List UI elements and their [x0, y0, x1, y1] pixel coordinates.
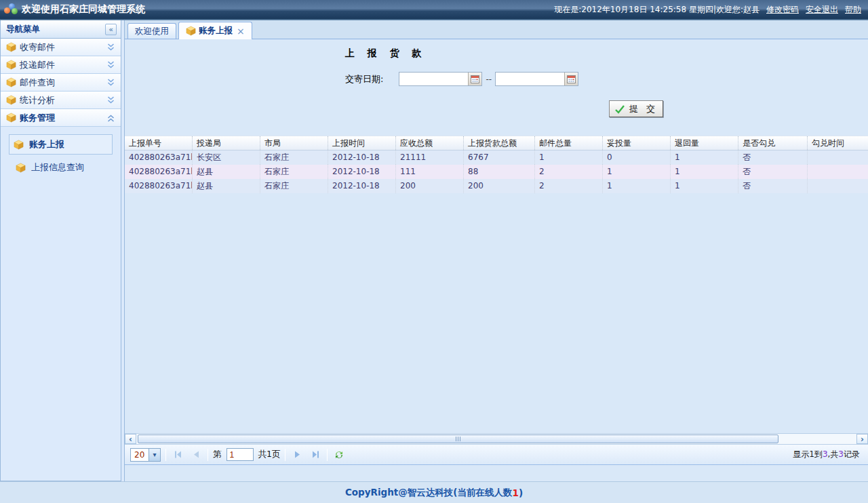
footer: CopyRight@智云达科技(当前在线人数1): [0, 481, 868, 503]
datetime-text: 现在是:2012年10月18日 14:25:58 星期四|欢迎您:赵县: [554, 4, 760, 16]
cell: 1: [671, 150, 738, 165]
tab-bar: 欢迎使用 账务上报 ×: [125, 20, 868, 39]
last-page-icon: [312, 451, 319, 458]
sidebar-collapse-icon[interactable]: «: [105, 24, 117, 35]
titlebar: 欢迎使用石家庄同城管理系统 现在是:2012年10月18日 14:25:58 星…: [0, 0, 868, 20]
cell: [808, 150, 868, 165]
tab-account-report[interactable]: 账务上报 ×: [178, 22, 252, 39]
cell: 赵县: [193, 165, 260, 179]
cell: 2012-10-18: [328, 179, 396, 193]
paging-toolbar: 20 ▾ 第 共1页: [125, 445, 868, 465]
logout-link[interactable]: 安全退出: [806, 4, 838, 16]
horizontal-scrollbar[interactable]: ‹ ›: [125, 433, 868, 445]
date-to-field: [495, 72, 578, 86]
cell: 石家庄: [260, 150, 328, 165]
calendar-icon[interactable]: [564, 73, 578, 85]
toolbar-separator: [165, 449, 166, 461]
refresh-button[interactable]: [332, 448, 346, 462]
toolbar-separator: [285, 449, 285, 461]
chevron-down-icon[interactable]: ▾: [149, 449, 160, 461]
cell: 长安区: [193, 150, 260, 165]
column-header[interactable]: 应收总额: [396, 136, 464, 150]
sidebar-nav-panel: 导航菜单 « 收寄邮件 投递邮件 邮件查询 统计分析: [0, 20, 121, 481]
close-icon[interactable]: ×: [237, 26, 245, 37]
submit-button[interactable]: 提 交: [609, 100, 663, 117]
toolbar-separator: [327, 449, 328, 461]
chevron-double-down-icon: [106, 79, 115, 87]
cell: 2012-10-18: [328, 150, 396, 165]
package-icon: [6, 95, 16, 105]
column-header[interactable]: 妥投量: [603, 136, 671, 150]
submenu-item-label: 上报信息查询: [31, 161, 84, 174]
grid-empty-area: [125, 193, 868, 433]
next-page-button[interactable]: [290, 448, 304, 462]
sidebar-item-mail-query[interactable]: 邮件查询: [1, 74, 121, 92]
sidebar-item-accounting[interactable]: 账务管理: [1, 109, 121, 127]
sidebar-item-statistics[interactable]: 统计分析: [1, 92, 121, 109]
column-header[interactable]: 是否勾兑: [738, 136, 808, 150]
sidebar-item-shouji-mail[interactable]: 收寄邮件: [1, 39, 121, 56]
cell: 402880263a71b1: [125, 179, 193, 193]
tab-label: 欢迎使用: [135, 26, 169, 37]
submenu-item-account-report[interactable]: 账务上报: [9, 134, 113, 155]
table-row[interactable]: 402880263a71b1 长安区 石家庄 2012-10-18 21111 …: [125, 150, 868, 165]
column-header[interactable]: 上报时间: [328, 136, 396, 150]
date-from-input[interactable]: [399, 73, 468, 85]
change-password-link[interactable]: 修改密码: [766, 4, 799, 16]
copyright-suffix: ): [519, 487, 523, 498]
table-row[interactable]: 402880263a71b1 赵县 石家庄 2012-10-18 111 88 …: [125, 165, 868, 179]
cell: 1: [671, 165, 738, 179]
sidebar-item-toudi-mail[interactable]: 投递邮件: [1, 56, 121, 74]
submit-label: 提 交: [629, 103, 658, 115]
scrollbar-thumb[interactable]: [138, 435, 778, 443]
tab-content: 上 报 货 款 交寄日期: --: [125, 39, 868, 481]
report-form: 上 报 货 款 交寄日期: --: [125, 39, 868, 136]
submenu-item-report-info-query[interactable]: 上报信息查询: [9, 158, 113, 177]
table-row[interactable]: 402880263a71b1 赵县 石家庄 2012-10-18 200 200…: [125, 179, 868, 193]
sidebar-title: 导航菜单: [6, 24, 40, 35]
column-header[interactable]: 邮件总量: [535, 136, 603, 150]
package-icon: [14, 140, 24, 150]
page-size-select[interactable]: 20 ▾: [130, 448, 161, 462]
scroll-left-icon[interactable]: ‹: [125, 434, 136, 444]
cell: 0: [603, 150, 671, 165]
sidebar-header: 导航菜单 «: [1, 20, 121, 39]
tab-welcome[interactable]: 欢迎使用: [127, 23, 176, 39]
prev-page-button[interactable]: [189, 448, 203, 462]
column-header[interactable]: 勾兑时间: [808, 136, 868, 150]
page-number-input[interactable]: [226, 448, 254, 461]
column-header[interactable]: 市局: [260, 136, 328, 150]
first-page-button[interactable]: [171, 448, 184, 462]
cell: 2: [535, 165, 603, 179]
cell: 石家庄: [260, 165, 328, 179]
scroll-right-icon[interactable]: ›: [856, 434, 868, 444]
package-icon: [6, 42, 16, 52]
cell: 402880263a71b1: [125, 165, 193, 179]
main-panel: 欢迎使用 账务上报 × 上 报 货 款 交寄日期:: [124, 20, 868, 481]
cell: 石家庄: [260, 179, 328, 193]
cell: 1: [535, 150, 603, 165]
date-from-field: [399, 72, 482, 86]
cell: 否: [738, 179, 808, 193]
sidebar-item-label: 收寄邮件: [20, 41, 106, 54]
cell: 88: [464, 165, 535, 179]
sidebar-item-label: 统计分析: [20, 94, 106, 106]
cell: 21111: [396, 150, 464, 165]
column-header[interactable]: 上报单号: [125, 136, 193, 150]
app-title: 欢迎使用石家庄同城管理系统: [22, 3, 145, 16]
cell: [808, 165, 868, 179]
column-header[interactable]: 投递局: [193, 136, 260, 150]
package-icon: [186, 26, 196, 36]
column-header[interactable]: 退回量: [671, 136, 738, 150]
last-page-button[interactable]: [309, 448, 322, 462]
sidebar-item-label: 邮件查询: [20, 77, 106, 89]
date-to-input[interactable]: [496, 73, 564, 85]
column-header[interactable]: 上报货款总额: [464, 136, 535, 150]
help-link[interactable]: 帮助: [845, 4, 861, 16]
scrollbar-track[interactable]: [136, 434, 856, 444]
sidebar-item-label: 账务管理: [20, 112, 106, 124]
prev-page-icon: [193, 451, 199, 458]
submenu-item-label: 账务上报: [29, 138, 64, 150]
accounting-submenu: 账务上报 上报信息查询: [1, 127, 121, 177]
calendar-icon[interactable]: [468, 73, 481, 85]
